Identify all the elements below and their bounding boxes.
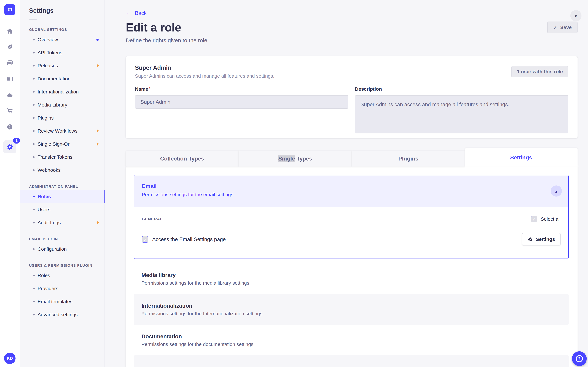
description-label: Description [355, 86, 382, 92]
sidebar-item-users[interactable]: Users [20, 203, 104, 216]
back-link[interactable]: Back [126, 10, 147, 16]
check-icon [553, 25, 557, 30]
settings-notification-badge: 1 [13, 138, 20, 143]
tab-settings[interactable]: Settings [465, 148, 578, 167]
save-button[interactable]: Save [547, 22, 578, 33]
lightning-bolt-icon [95, 129, 100, 134]
accordion-row-media-library[interactable]: Media library Permissions settings for t… [134, 263, 569, 294]
sidebar-item-plugins[interactable]: Plugins [20, 111, 104, 125]
email-permissions-accordion: Email Permissions settings for the email… [134, 175, 569, 259]
bullet-icon [33, 104, 35, 106]
lightning-bolt-icon [95, 220, 100, 226]
feather-content-icon[interactable] [6, 43, 13, 50]
required-asterisk: * [149, 86, 151, 92]
lightning-bolt-icon [95, 142, 100, 147]
description-textarea[interactable]: Super Admins can access and manage all f… [355, 95, 568, 133]
bullet-icon [33, 117, 35, 119]
sidebar-item-providers[interactable]: Providers [20, 282, 104, 295]
select-all-checkbox[interactable] [531, 216, 537, 222]
main-nav-rail: 1 KD [0, 0, 20, 367]
description-field-group: Description Super Admins can access and … [355, 86, 568, 135]
home-icon[interactable] [6, 27, 13, 34]
subnav-section-users-permissions-plugin: USERS & PERMISSIONS PLUGIN Roles Provide… [20, 263, 104, 321]
sidebar-item-internationalization[interactable]: Internationalization [20, 85, 104, 98]
chevron-up-icon [554, 188, 558, 194]
users-with-role-button[interactable]: 1 user with this role [511, 66, 568, 77]
check-icon [532, 216, 536, 222]
tab-plugins[interactable]: Plugins [352, 150, 465, 167]
sidebar-item-transfer-tokens[interactable]: Transfer Tokens [20, 150, 104, 164]
subnav-section-administration-panel: ADMINISTRATION PANEL Roles Users Audit L… [20, 184, 104, 229]
check-icon [143, 236, 147, 242]
accordion-row-documentation[interactable]: Documentation Permissions settings for t… [134, 325, 569, 355]
help-button[interactable] [572, 351, 587, 366]
selected-text: Single [278, 155, 295, 162]
permission-label: Access the Email Settings page [152, 236, 226, 242]
sidebar-item-email-templates[interactable]: Email templates [20, 295, 104, 308]
sidebar-item-review-workflows[interactable]: Review Workflows [20, 125, 104, 137]
settings-subnav: Settings GLOBAL SETTINGS Overview API To… [20, 0, 105, 367]
sidebar-item-roles-up[interactable]: Roles [20, 269, 104, 282]
bullet-icon [33, 78, 35, 80]
general-section-label: GENERAL [142, 217, 163, 221]
name-label: Name [135, 86, 148, 92]
workspace-logo[interactable] [4, 4, 15, 15]
rail-footer: KD [0, 349, 20, 367]
sidebar-item-webhooks[interactable]: Webhooks [20, 164, 104, 177]
sidebar-item-audit-logs[interactable]: Audit Logs [20, 216, 104, 229]
cloud-icon[interactable] [6, 91, 13, 99]
email-accordion-header[interactable]: Email Permissions settings for the email… [134, 175, 568, 207]
question-mark-icon [576, 355, 583, 362]
chevron-down-icon [574, 13, 578, 19]
marketplace-cart-icon[interactable] [6, 107, 13, 115]
main-content: Back Edit a role Save Define the rights … [105, 0, 588, 367]
arrow-left-icon [126, 10, 132, 16]
bullet-icon [33, 288, 35, 289]
select-all-label: Select all [541, 216, 561, 222]
bullet-icon [33, 169, 35, 171]
sidebar-item-configuration[interactable]: Configuration [20, 242, 104, 256]
role-description-text: Super Admins can access and manage all f… [135, 73, 568, 79]
bullet-icon [33, 65, 35, 67]
sidebar-item-roles-admin[interactable]: Roles [20, 190, 104, 203]
settings-gear-icon[interactable]: 1 [3, 140, 16, 153]
expand-button[interactable] [570, 10, 581, 21]
user-avatar[interactable]: KD [4, 353, 16, 364]
accordion-title: Email [142, 183, 568, 189]
section-label: GLOBAL SETTINGS [29, 28, 104, 32]
sidebar-item-api-tokens[interactable]: API Tokens [20, 46, 104, 59]
email-settings-button[interactable]: Settings [522, 233, 561, 245]
info-icon[interactable] [6, 123, 13, 131]
name-input[interactable] [135, 95, 348, 109]
sidebar-item-documentation[interactable]: Documentation [20, 72, 104, 85]
settings-tab-panel: Email Permissions settings for the email… [126, 167, 578, 367]
bullet-icon [33, 275, 35, 276]
bullet-icon [33, 301, 35, 302]
collapse-button[interactable] [551, 185, 562, 197]
access-email-settings-checkbox[interactable] [142, 236, 148, 242]
name-field-group: Name* [135, 86, 348, 135]
sidebar-item-media-library[interactable]: Media Library [20, 98, 104, 111]
lightning-bolt-icon [95, 63, 100, 69]
bullet-icon [33, 248, 35, 250]
page-title: Edit a role [126, 22, 181, 33]
email-accordion-body: GENERAL Select all Access th [134, 207, 568, 259]
section-label: USERS & PERMISSIONS PLUGIN [29, 263, 104, 268]
bullet-icon [33, 209, 35, 210]
permissions-tabs-group: Collection Types SingleTypes Plugins Set… [126, 148, 578, 367]
sidebar-item-overview[interactable]: Overview [20, 33, 104, 46]
media-library-icon[interactable] [6, 59, 13, 67]
sidebar-item-advanced-settings[interactable]: Advanced settings [20, 308, 104, 321]
tab-collection-types[interactable]: Collection Types [126, 150, 239, 167]
subnav-title: Settings [29, 7, 104, 14]
content-type-builder-icon[interactable] [6, 75, 13, 83]
accordion-row-internationalization[interactable]: Internationalization Permissions setting… [134, 294, 569, 325]
sidebar-item-single-sign-on[interactable]: Single Sign-On [20, 137, 104, 150]
subnav-divider [29, 19, 37, 20]
sidebar-item-releases[interactable]: Releases [20, 59, 104, 72]
accordion-row-plugins-marketplace[interactable]: Plugins and marketplace [134, 355, 569, 367]
bullet-icon [33, 314, 35, 316]
bullet-icon [33, 156, 35, 158]
tab-single-types[interactable]: SingleTypes [239, 150, 352, 167]
subnav-section-email-plugin: EMAIL PLUGIN Configuration [20, 237, 104, 256]
